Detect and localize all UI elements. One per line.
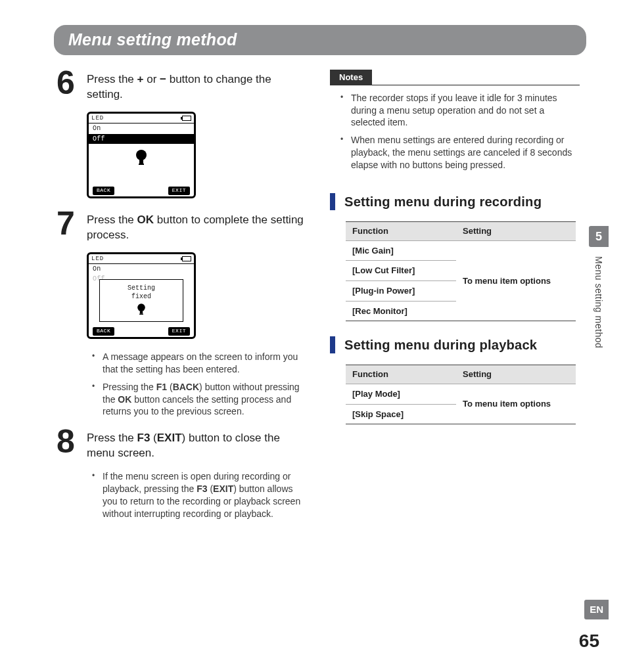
svg-point-3 <box>137 303 145 311</box>
device-exit-button: EXIT <box>168 187 190 195</box>
step-6: 6 Press the + or − button to change the … <box>54 70 304 102</box>
th-setting: Setting <box>456 222 576 241</box>
step-number: 7 <box>54 210 78 243</box>
table-cell: [Play Mode] <box>346 384 456 404</box>
page-title: Menu setting method <box>68 28 551 51</box>
table-cell: [Plug-in Power] <box>346 280 456 301</box>
table-playback: Function Setting [Play Mode] To menu ite… <box>346 365 576 424</box>
table-cell: [Mic Gain] <box>346 240 456 261</box>
notes-block: Notes The recorder stops if you leave it… <box>330 70 580 171</box>
battery-icon <box>182 256 191 261</box>
notes-list: The recorder stops if you leave it idle … <box>339 92 580 171</box>
step7-bullets: A message appears on the screen to infor… <box>91 351 304 418</box>
note-item: The recorder stops if you leave it idle … <box>339 92 580 129</box>
table-cell: To menu item options <box>456 240 576 321</box>
step-number: 8 <box>54 428 78 461</box>
device-exit-button: EXIT <box>168 327 190 336</box>
blue-bar-icon <box>330 193 335 210</box>
th-function: Function <box>346 365 456 384</box>
left-column: 6 Press the + or − button to change the … <box>54 70 304 531</box>
svg-rect-2 <box>139 164 144 165</box>
svg-rect-1 <box>139 160 143 164</box>
step8-bullets: If the menu screen is open during record… <box>91 470 304 520</box>
section-title: Setting menu during playback <box>344 336 537 354</box>
table-cell: [Skip Space] <box>346 404 456 424</box>
notes-label: Notes <box>330 70 372 85</box>
chapter-number: 5 <box>589 226 609 247</box>
bullet: Pressing the F1 (BACK) button without pr… <box>91 381 304 418</box>
device-screen-1: LED On Off BACK EXIT <box>87 112 196 198</box>
note-item: When menu settings are entered during re… <box>339 134 580 171</box>
section-playback-heading: Setting menu during playback <box>330 336 580 354</box>
device-title: LED <box>91 114 104 122</box>
svg-point-0 <box>136 150 147 160</box>
device-screen-2: LED On Off Setting fixed BACK EXIT <box>87 252 196 339</box>
device-title: LED <box>91 255 104 263</box>
device-row-off-selected: Off <box>89 134 194 145</box>
section-recording-heading: Setting menu during recording <box>330 192 580 211</box>
page-number: 65 <box>579 629 599 654</box>
language-tab: EN <box>584 600 609 619</box>
step-text: Press the + or − button to change the se… <box>87 70 304 102</box>
device-popup: Setting fixed <box>99 279 183 323</box>
device-back-button: BACK <box>93 327 114 336</box>
bullet: A message appears on the screen to infor… <box>91 351 304 376</box>
th-function: Function <box>346 222 456 241</box>
step-number: 6 <box>54 70 78 102</box>
blue-bar-icon <box>330 336 335 353</box>
table-cell: [Low Cut Filter] <box>346 261 456 281</box>
page-title-bar: Menu setting method <box>54 25 586 55</box>
step-7: 7 Press the OK button to complete the se… <box>54 210 304 243</box>
section-title: Setting menu during recording <box>344 192 542 211</box>
bulb-icon <box>136 303 147 319</box>
svg-rect-4 <box>140 311 143 313</box>
bullet: If the menu screen is open during record… <box>91 470 304 520</box>
step-text: Press the F3 (EXIT) button to close the … <box>87 428 304 461</box>
table-recording: Function Setting [Mic Gain] To menu item… <box>346 221 576 321</box>
device-row-on: On <box>89 123 194 134</box>
step-8: 8 Press the F3 (EXIT) button to close th… <box>54 428 304 461</box>
battery-icon <box>182 116 191 121</box>
svg-rect-5 <box>139 313 143 314</box>
chapter-label: Menu setting method <box>593 256 605 348</box>
bulb-icon <box>134 149 149 169</box>
device-row-on: On <box>89 264 194 275</box>
th-setting: Setting <box>456 365 576 384</box>
table-cell: To menu item options <box>456 384 576 424</box>
table-cell: [Rec Monitor] <box>346 301 456 321</box>
device-back-button: BACK <box>93 187 114 195</box>
right-column: Notes The recorder stops if you leave it… <box>330 70 580 439</box>
side-tab: 5 Menu setting method <box>589 226 609 349</box>
step-text: Press the OK button to complete the sett… <box>87 210 304 243</box>
